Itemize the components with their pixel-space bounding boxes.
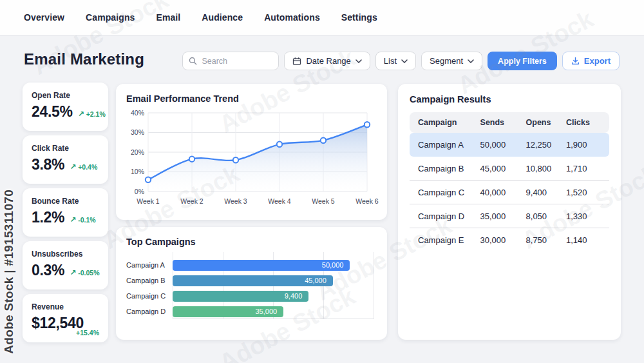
bar-value: 50,000 xyxy=(322,261,344,269)
data-point xyxy=(365,122,370,127)
column-header-sends: Sends xyxy=(480,118,526,127)
bar-value: 35,000 xyxy=(255,308,277,315)
kpi-delta: ↗ +2.1% xyxy=(78,110,106,119)
download-icon xyxy=(571,57,580,65)
table-cell: 1,710 xyxy=(566,164,601,173)
table-cell: 10,800 xyxy=(526,164,566,173)
kpi-label: Click Rate xyxy=(32,144,99,153)
bar-track: 9,400 xyxy=(173,291,374,302)
nav-item-email[interactable]: Email xyxy=(156,12,180,23)
top-nav: OverviewCampaignsEmailAudienceAutomation… xyxy=(0,0,644,35)
svg-text:Week 1: Week 1 xyxy=(137,197,160,205)
bar-row-campaign-a: Campaign A50,000 xyxy=(126,257,377,273)
table-header-row: CampaignSendsOpensClicks xyxy=(410,112,609,133)
line-chart-svg: 0%10%20%30%40%Week 1Week 2Week 3Week 4We… xyxy=(126,106,377,208)
chevron-down-icon xyxy=(468,59,474,63)
list-label: List xyxy=(384,56,397,66)
campaign-results-table: CampaignSendsOpensClicksCampaign A50,000… xyxy=(410,112,609,252)
table-row-campaign-c[interactable]: Campaign C40,0009,4001,520 xyxy=(410,181,609,204)
kpi-card-click-rate: Click Rate3.8%↗ +0.4% xyxy=(23,135,108,184)
nav-item-audience[interactable]: Audience xyxy=(202,12,243,23)
kpi-value: 1.2% xyxy=(32,209,64,226)
campaign-results-title: Campaign Results xyxy=(410,94,609,104)
kpi-card-revenue: Revenue$12,540+15.4% xyxy=(23,294,108,342)
kpi-label: Unsubscribes xyxy=(32,250,99,259)
bar-track: 35,000 xyxy=(173,306,374,317)
kpi-column: Open Rate24.5%↗ +2.1%Click Rate3.8%↗ +0.… xyxy=(23,83,108,342)
data-point xyxy=(146,177,151,182)
kpi-value: 24.5% xyxy=(32,103,73,121)
list-dropdown[interactable]: List xyxy=(375,52,416,70)
bar-chart-title: Top Campaigns xyxy=(126,237,377,247)
line-chart: 0%10%20%30%40%Week 1Week 2Week 3Week 4We… xyxy=(126,106,377,211)
bar-campaign-d: 35,000 xyxy=(173,306,283,317)
trend-up-icon: ↗ xyxy=(70,268,76,277)
export-label: Export xyxy=(584,56,611,66)
table-row-campaign-d[interactable]: Campaign D35,0008,0501,330 xyxy=(410,204,609,228)
column-header-clicks: Clicks xyxy=(566,118,601,127)
export-button[interactable]: Export xyxy=(562,52,620,70)
svg-text:0%: 0% xyxy=(135,188,144,195)
bar-label: Campaign A xyxy=(126,261,167,269)
table-cell: 12,250 xyxy=(526,140,566,150)
kpi-label: Revenue xyxy=(32,302,99,311)
data-point xyxy=(321,138,326,143)
nav-item-automations[interactable]: Automations xyxy=(264,12,320,23)
table-cell: 1,900 xyxy=(566,140,601,150)
bar-label: Campaign D xyxy=(126,308,167,315)
bar-campaign-a: 50,000 xyxy=(173,260,350,271)
date-range-label: Date Range xyxy=(306,56,350,66)
table-row-campaign-e[interactable]: Campaign E30,0008,7501,140 xyxy=(410,228,609,252)
kpi-delta: ↗ -0.1% xyxy=(70,215,95,224)
data-point xyxy=(189,156,194,161)
bar-track: 50,000 xyxy=(173,260,374,271)
nav-item-settings[interactable]: Settings xyxy=(341,12,377,23)
table-cell: 1,330 xyxy=(566,211,601,221)
campaign-results-card: Campaign Results CampaignSendsOpensClick… xyxy=(398,84,621,340)
table-cell: Campaign B xyxy=(418,164,480,173)
svg-text:Week 3: Week 3 xyxy=(224,197,247,205)
chevron-down-icon xyxy=(401,59,408,63)
bar-row-campaign-c: Campaign C9,400 xyxy=(126,288,377,304)
table-cell: 30,000 xyxy=(480,235,526,245)
trend-up-icon: ↗ xyxy=(70,215,76,224)
date-range-dropdown[interactable]: Date Range xyxy=(284,52,370,70)
bar-row-campaign-d: Campaign D35,000 xyxy=(126,304,377,319)
svg-text:10%: 10% xyxy=(131,168,144,175)
data-point xyxy=(233,157,238,162)
bar-chart: Campaign A50,000Campaign B45,000Campaign… xyxy=(126,257,377,319)
table-cell: 45,000 xyxy=(480,164,526,173)
table-row-campaign-a[interactable]: Campaign A50,00012,2501,900 xyxy=(410,133,609,157)
line-chart-card: Email Performance Trend 0%10%20%30%40%We… xyxy=(116,84,387,220)
segment-dropdown[interactable]: Segment xyxy=(421,52,482,70)
apply-filters-button[interactable]: Apply Filters xyxy=(488,52,557,70)
table-row-campaign-b[interactable]: Campaign B45,00010,8001,710 xyxy=(410,157,609,181)
calendar-icon xyxy=(292,57,301,66)
table-cell: 50,000 xyxy=(480,140,526,150)
table-cell: Campaign D xyxy=(418,211,480,221)
trend-up-icon: ↗ xyxy=(70,162,76,172)
column-header-campaign: Campaign xyxy=(418,118,480,127)
charts-column: Email Performance Trend 0%10%20%30%40%We… xyxy=(116,84,387,340)
table-cell: 9,400 xyxy=(526,188,566,197)
search-input[interactable] xyxy=(202,57,272,66)
table-cell: 8,750 xyxy=(526,235,566,245)
table-cell: 8,050 xyxy=(526,211,566,221)
page-title: Email Marketing xyxy=(24,50,144,68)
svg-text:40%: 40% xyxy=(131,109,144,117)
table-cell: 1,520 xyxy=(566,188,601,197)
segment-label: Segment xyxy=(430,56,463,66)
search-box[interactable] xyxy=(182,52,279,70)
email-marketing-dashboard: OverviewCampaignsEmailAudienceAutomation… xyxy=(0,0,644,363)
bar-chart-card: Top Campaigns Campaign A50,000Campaign B… xyxy=(116,227,387,340)
bar-value: 9,400 xyxy=(285,292,303,300)
table-cell: 40,000 xyxy=(480,188,526,197)
table-cell: Campaign C xyxy=(418,188,480,197)
kpi-delta: ↗ -0.05% xyxy=(70,268,99,277)
bar-label: Campaign B xyxy=(126,277,167,284)
nav-item-overview[interactable]: Overview xyxy=(24,12,64,23)
kpi-card-open-rate: Open Rate24.5%↗ +2.1% xyxy=(23,83,108,131)
kpi-label: Open Rate xyxy=(32,91,99,100)
nav-item-campaigns[interactable]: Campaigns xyxy=(86,12,135,23)
kpi-delta: ↗ +0.4% xyxy=(70,162,97,172)
